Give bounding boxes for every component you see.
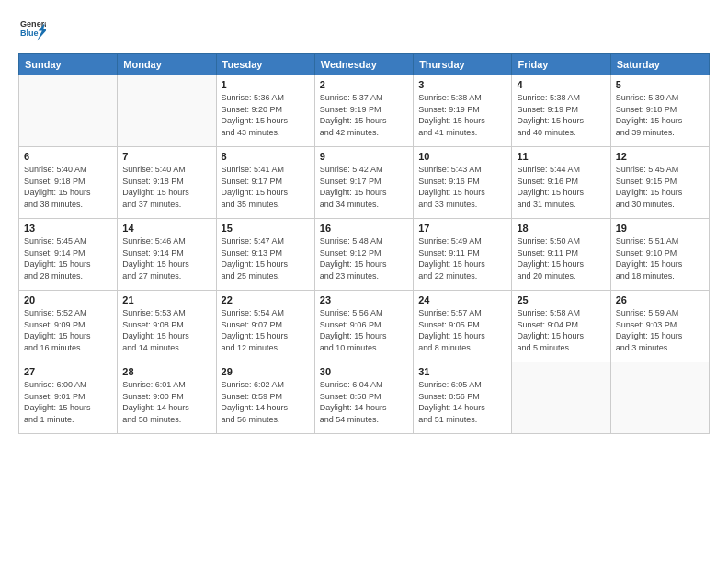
day-info: Sunrise: 5:44 AM Sunset: 9:16 PM Dayligh… (517, 164, 605, 210)
day-number: 21 (122, 294, 210, 305)
day-number: 16 (320, 223, 408, 234)
weekday-header-tuesday: Tuesday (216, 54, 314, 75)
day-info: Sunrise: 5:51 AM Sunset: 9:10 PM Dayligh… (616, 236, 704, 282)
day-number: 7 (122, 151, 210, 162)
day-info: Sunrise: 5:56 AM Sunset: 9:06 PM Dayligh… (320, 307, 408, 353)
calendar-week-row: 1Sunrise: 5:36 AM Sunset: 9:20 PM Daylig… (19, 75, 710, 147)
calendar-cell: 21Sunrise: 5:53 AM Sunset: 9:08 PM Dayli… (118, 291, 216, 362)
day-info: Sunrise: 5:41 AM Sunset: 9:17 PM Dayligh… (222, 164, 310, 210)
logo-icon: General Blue (20, 17, 46, 42)
day-info: Sunrise: 5:54 AM Sunset: 9:07 PM Dayligh… (222, 307, 310, 353)
weekday-header-row: SundayMondayTuesdayWednesdayThursdayFrid… (19, 54, 710, 75)
calendar-cell (512, 362, 610, 434)
day-number: 13 (24, 223, 112, 234)
weekday-header-wednesday: Wednesday (314, 54, 413, 75)
day-number: 3 (418, 79, 506, 90)
day-number: 25 (517, 294, 605, 305)
calendar-cell: 8Sunrise: 5:41 AM Sunset: 9:17 PM Daylig… (216, 147, 314, 219)
day-info: Sunrise: 6:05 AM Sunset: 8:56 PM Dayligh… (418, 379, 506, 425)
calendar-cell: 25Sunrise: 5:58 AM Sunset: 9:04 PM Dayli… (512, 291, 610, 362)
day-info: Sunrise: 5:59 AM Sunset: 9:03 PM Dayligh… (616, 307, 704, 353)
logo: General Blue (18, 17, 46, 46)
day-info: Sunrise: 5:46 AM Sunset: 9:14 PM Dayligh… (122, 236, 210, 282)
day-number: 23 (320, 294, 408, 305)
day-info: Sunrise: 6:00 AM Sunset: 9:01 PM Dayligh… (24, 379, 112, 425)
day-number: 8 (222, 151, 310, 162)
day-number: 24 (418, 294, 506, 305)
calendar-cell (118, 75, 216, 147)
day-info: Sunrise: 5:42 AM Sunset: 9:17 PM Dayligh… (320, 164, 408, 210)
day-number: 5 (616, 79, 704, 90)
calendar-cell: 14Sunrise: 5:46 AM Sunset: 9:14 PM Dayli… (118, 219, 216, 291)
calendar-cell: 28Sunrise: 6:01 AM Sunset: 9:00 PM Dayli… (118, 362, 216, 434)
calendar-cell: 23Sunrise: 5:56 AM Sunset: 9:06 PM Dayli… (314, 291, 413, 362)
calendar-cell: 16Sunrise: 5:48 AM Sunset: 9:12 PM Dayli… (314, 219, 413, 291)
calendar-cell (19, 75, 118, 147)
calendar-week-row: 27Sunrise: 6:00 AM Sunset: 9:01 PM Dayli… (19, 362, 710, 434)
calendar-cell: 15Sunrise: 5:47 AM Sunset: 9:13 PM Dayli… (216, 219, 314, 291)
calendar-cell: 31Sunrise: 6:05 AM Sunset: 8:56 PM Dayli… (414, 362, 512, 434)
calendar-cell: 6Sunrise: 5:40 AM Sunset: 9:18 PM Daylig… (19, 147, 118, 219)
day-number: 11 (517, 151, 605, 162)
calendar-week-row: 20Sunrise: 5:52 AM Sunset: 9:09 PM Dayli… (19, 291, 710, 362)
day-info: Sunrise: 5:45 AM Sunset: 9:14 PM Dayligh… (24, 236, 112, 282)
calendar-cell: 26Sunrise: 5:59 AM Sunset: 9:03 PM Dayli… (610, 291, 709, 362)
calendar-cell: 27Sunrise: 6:00 AM Sunset: 9:01 PM Dayli… (19, 362, 118, 434)
day-info: Sunrise: 5:58 AM Sunset: 9:04 PM Dayligh… (517, 307, 605, 353)
day-info: Sunrise: 5:45 AM Sunset: 9:15 PM Dayligh… (616, 164, 704, 210)
calendar-cell: 12Sunrise: 5:45 AM Sunset: 9:15 PM Dayli… (610, 147, 709, 219)
calendar-cell: 18Sunrise: 5:50 AM Sunset: 9:11 PM Dayli… (512, 219, 610, 291)
day-number: 12 (616, 151, 704, 162)
page: General Blue SundayMondayTuesdayWednesda… (0, 0, 728, 563)
day-info: Sunrise: 5:37 AM Sunset: 9:19 PM Dayligh… (320, 92, 408, 138)
day-number: 29 (222, 366, 310, 377)
day-info: Sunrise: 5:57 AM Sunset: 9:05 PM Dayligh… (418, 307, 506, 353)
day-number: 15 (222, 223, 310, 234)
day-info: Sunrise: 5:40 AM Sunset: 9:18 PM Dayligh… (24, 164, 112, 210)
day-number: 2 (320, 79, 408, 90)
calendar-cell: 24Sunrise: 5:57 AM Sunset: 9:05 PM Dayli… (414, 291, 512, 362)
calendar-cell: 7Sunrise: 5:40 AM Sunset: 9:18 PM Daylig… (118, 147, 216, 219)
day-number: 18 (517, 223, 605, 234)
day-info: Sunrise: 5:39 AM Sunset: 9:18 PM Dayligh… (616, 92, 704, 138)
weekday-header-friday: Friday (512, 54, 610, 75)
day-info: Sunrise: 5:40 AM Sunset: 9:18 PM Dayligh… (122, 164, 210, 210)
calendar-cell: 4Sunrise: 5:38 AM Sunset: 9:19 PM Daylig… (512, 75, 610, 147)
day-number: 30 (320, 366, 408, 377)
svg-text:Blue: Blue (20, 29, 39, 38)
day-info: Sunrise: 6:01 AM Sunset: 9:00 PM Dayligh… (122, 379, 210, 425)
day-number: 20 (24, 294, 112, 305)
day-info: Sunrise: 5:50 AM Sunset: 9:11 PM Dayligh… (517, 236, 605, 282)
calendar-table: SundayMondayTuesdayWednesdayThursdayFrid… (18, 53, 710, 434)
calendar-cell: 10Sunrise: 5:43 AM Sunset: 9:16 PM Dayli… (414, 147, 512, 219)
calendar-cell: 13Sunrise: 5:45 AM Sunset: 9:14 PM Dayli… (19, 219, 118, 291)
day-number: 9 (320, 151, 408, 162)
day-number: 31 (418, 366, 506, 377)
day-number: 26 (616, 294, 704, 305)
day-number: 1 (222, 79, 310, 90)
calendar-cell: 5Sunrise: 5:39 AM Sunset: 9:18 PM Daylig… (610, 75, 709, 147)
calendar-cell: 29Sunrise: 6:02 AM Sunset: 8:59 PM Dayli… (216, 362, 314, 434)
calendar-cell (610, 362, 709, 434)
calendar-cell: 1Sunrise: 5:36 AM Sunset: 9:20 PM Daylig… (216, 75, 314, 147)
calendar-week-row: 6Sunrise: 5:40 AM Sunset: 9:18 PM Daylig… (19, 147, 710, 219)
day-info: Sunrise: 5:38 AM Sunset: 9:19 PM Dayligh… (418, 92, 506, 138)
calendar-cell: 11Sunrise: 5:44 AM Sunset: 9:16 PM Dayli… (512, 147, 610, 219)
calendar-cell: 22Sunrise: 5:54 AM Sunset: 9:07 PM Dayli… (216, 291, 314, 362)
day-number: 19 (616, 223, 704, 234)
weekday-header-saturday: Saturday (610, 54, 709, 75)
calendar-cell: 2Sunrise: 5:37 AM Sunset: 9:19 PM Daylig… (314, 75, 413, 147)
day-number: 17 (418, 223, 506, 234)
calendar-cell: 19Sunrise: 5:51 AM Sunset: 9:10 PM Dayli… (610, 219, 709, 291)
day-number: 6 (24, 151, 112, 162)
day-info: Sunrise: 6:02 AM Sunset: 8:59 PM Dayligh… (222, 379, 310, 425)
calendar-cell: 30Sunrise: 6:04 AM Sunset: 8:58 PM Dayli… (314, 362, 413, 434)
header: General Blue (18, 17, 710, 46)
day-number: 4 (517, 79, 605, 90)
weekday-header-monday: Monday (118, 54, 216, 75)
day-number: 22 (222, 294, 310, 305)
day-info: Sunrise: 5:48 AM Sunset: 9:12 PM Dayligh… (320, 236, 408, 282)
day-number: 28 (122, 366, 210, 377)
day-info: Sunrise: 5:38 AM Sunset: 9:19 PM Dayligh… (517, 92, 605, 138)
day-info: Sunrise: 5:47 AM Sunset: 9:13 PM Dayligh… (222, 236, 310, 282)
